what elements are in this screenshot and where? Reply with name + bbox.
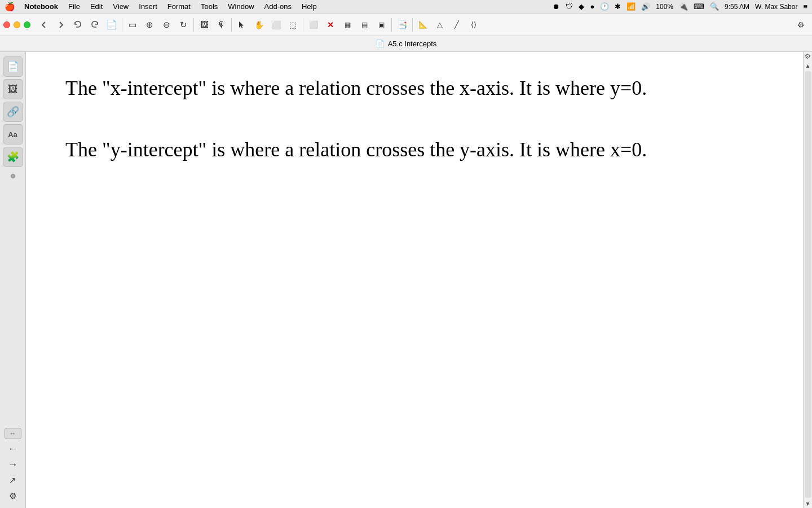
menu-extras-icon[interactable]: ≡ [803, 2, 807, 11]
menu-addons[interactable]: Add-ons [260, 2, 296, 11]
apple-menu[interactable]: 🍎 [5, 2, 15, 12]
sidebar-plugin-icon[interactable]: 🧩 [3, 147, 23, 167]
timemachine-icon[interactable]: 🕐 [600, 2, 609, 11]
dropbox-icon[interactable]: ◆ [579, 2, 584, 11]
table-button[interactable]: ▤ [356, 17, 372, 33]
sidebar-bottom: ↔ ← → ↗ ⚙ [5, 428, 21, 508]
drag-handle[interactable] [11, 174, 15, 178]
scroll-track[interactable] [805, 71, 811, 498]
sidebar-mid [11, 174, 15, 178]
hand-tool[interactable]: ✋ [251, 17, 267, 33]
back-button[interactable] [36, 17, 52, 33]
main-content: The "x-intercept" is where a relation cr… [26, 52, 803, 508]
expand-button[interactable]: ↔ [5, 428, 21, 439]
menu-tools[interactable]: Tools [196, 2, 222, 11]
grid-button[interactable]: ▦ [339, 17, 355, 33]
sep4 [303, 18, 303, 32]
zoom-in-button[interactable]: ⊕ [142, 17, 157, 33]
spotlight-icon[interactable]: 🔍 [710, 2, 719, 11]
arrow-left[interactable]: ← [5, 443, 21, 455]
left-sidebar: 📄 🖼 🔗 Aa 🧩 ↔ ← → ↗ ⚙ [0, 52, 26, 508]
menubar: 🍎 Notebook File Edit View Insert Format … [0, 0, 812, 14]
arrow-right[interactable]: → [5, 458, 21, 471]
sidebar-page-icon[interactable]: 📄 [3, 56, 23, 77]
lasso-tool[interactable]: ⬚ [285, 17, 301, 33]
delete-button[interactable]: ✕ [323, 17, 338, 33]
menu-format[interactable]: Format [163, 2, 195, 11]
sidebar-text-icon[interactable]: Aa [3, 124, 23, 144]
menu-help[interactable]: Help [297, 2, 321, 11]
menu-view[interactable]: View [108, 2, 133, 11]
menubar-right: ⏺ 🛡 ◆ ● 🕐 ✱ 📶 🔊 100% 🔌 ⌨ 🔍 9:55 AM W. Ma… [553, 2, 807, 11]
volume-icon[interactable]: 🔊 [641, 2, 650, 11]
settings-icon-bottom[interactable]: ⚙ [5, 490, 21, 502]
bluetooth-icon[interactable]: ✱ [615, 2, 621, 11]
pointer-tool[interactable] [234, 17, 250, 33]
settings-top-btn[interactable]: ⚙ [804, 52, 813, 61]
battery-label: 100% [656, 3, 673, 11]
split-button[interactable]: ▣ [373, 17, 389, 33]
triangle-tool[interactable]: △ [432, 17, 448, 33]
wifi-icon[interactable]: 📶 [626, 2, 636, 11]
menu-insert[interactable]: Insert [134, 2, 162, 11]
sidebar-image-icon[interactable]: 🖼 [3, 79, 23, 99]
menu-notebook[interactable]: Notebook [20, 2, 63, 11]
traffic-lights [3, 21, 30, 28]
toolbar: 📄 ▭ ⊕ ⊖ ↻ 🖼 🎙 ✋ ⬜ ⬚ ⬜ ✕ ▦ ▤ ▣ 📑 📐 △ ╱ ⟨⟩… [0, 14, 812, 36]
share-icon[interactable]: ↗ [5, 474, 21, 487]
right-panel: ⚙ ▲ ▼ [803, 52, 812, 508]
menu-window[interactable]: Window [223, 2, 258, 11]
copy-button[interactable]: ⬜ [306, 17, 321, 33]
battery-icon[interactable]: 🔌 [679, 2, 688, 11]
menu-edit[interactable]: Edit [86, 2, 107, 11]
github-icon[interactable]: ● [590, 2, 594, 11]
doc-title: A5.c Intercepts [388, 40, 437, 48]
security-icon[interactable]: 🛡 [566, 2, 573, 11]
text-block-2[interactable]: The "y-intercept" is where a relation cr… [65, 136, 764, 164]
maximize-button[interactable] [24, 21, 30, 28]
time-display: 9:55 AM [725, 3, 749, 11]
sep1 [122, 18, 122, 32]
insert-audio-button[interactable]: 🎙 [213, 17, 229, 33]
scroll-down-arrow[interactable]: ▼ [804, 499, 813, 508]
doc-icon: 📄 [376, 40, 385, 48]
close-button[interactable] [3, 21, 10, 28]
record-icon[interactable]: ⏺ [553, 2, 560, 11]
redo-button[interactable] [87, 17, 103, 33]
line-tool[interactable]: ╱ [449, 17, 465, 33]
present-button[interactable]: ▭ [125, 17, 140, 33]
ruler-tool[interactable]: 📐 [415, 17, 431, 33]
sep5 [391, 18, 392, 32]
minimize-button[interactable] [14, 21, 20, 28]
undo-button[interactable] [70, 17, 86, 33]
zoom-out-button[interactable]: ⊖ [158, 17, 174, 33]
sep2 [193, 18, 194, 32]
sep6 [412, 18, 413, 32]
nav-panel-button[interactable]: 📑 [394, 17, 410, 33]
toolbar-settings[interactable]: ⚙ [793, 17, 809, 33]
text-block-1[interactable]: The "x-intercept" is where a relation cr… [65, 75, 764, 102]
forward-button[interactable] [53, 17, 69, 33]
shape-tool[interactable]: ⟨⟩ [466, 17, 482, 33]
sidebar-link-icon[interactable]: 🔗 [3, 102, 23, 122]
new-page-button[interactable]: 📄 [104, 17, 120, 33]
menu-file[interactable]: File [64, 2, 85, 11]
app-layout: 📄 🖼 🔗 Aa 🧩 ↔ ← → ↗ ⚙ The "x-intercept" i… [0, 52, 812, 508]
eraser-tool[interactable]: ⬜ [268, 17, 284, 33]
doc-title-bar: 📄 A5.c Intercepts [0, 36, 812, 52]
user-display: W. Max Sabor [755, 3, 797, 11]
keyboard-icon[interactable]: ⌨ [694, 2, 704, 11]
scroll-up-arrow[interactable]: ▲ [804, 61, 813, 70]
rotate-button[interactable]: ↻ [175, 17, 191, 33]
sep3 [231, 18, 232, 32]
insert-image-button[interactable]: 🖼 [196, 17, 212, 33]
